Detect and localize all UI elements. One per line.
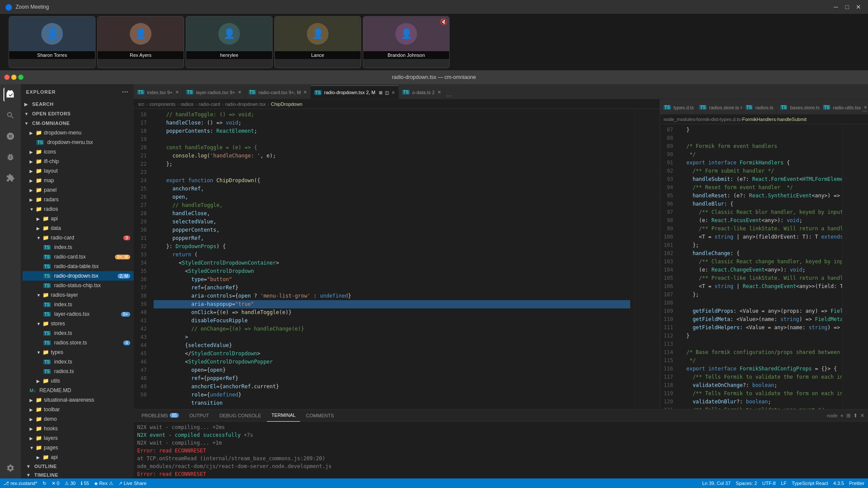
terminal-tab-problems[interactable]: PROBLEMS 85: [137, 409, 183, 422]
file-radios-index[interactable]: TS index.ts: [23, 300, 134, 309]
prettier-indicator[interactable]: Prettier: [849, 481, 865, 486]
tab-bases-store[interactable]: TS bases.store.ts ✕: [777, 101, 820, 114]
folder-layers[interactable]: ▶ 📁 layers: [23, 433, 134, 443]
line-ending-indicator[interactable]: LF: [781, 481, 786, 486]
folder-demo[interactable]: ▶ 📁 demo: [23, 414, 134, 424]
folder-dropdown-menu[interactable]: ▶ 📁 dropdown-menu: [23, 128, 134, 138]
close-button[interactable]: ✕: [854, 3, 863, 11]
live-share[interactable]: ↗ Live Share: [118, 481, 147, 486]
activity-settings[interactable]: [3, 461, 17, 475]
more-tabs-button[interactable]: ···: [445, 92, 454, 99]
tab-close[interactable]: ✕: [175, 90, 179, 95]
minimize-button[interactable]: ─: [832, 3, 840, 11]
encoding-indicator[interactable]: UTF-8: [762, 481, 776, 486]
folder-pages-api[interactable]: ▶ 📁 api: [23, 452, 134, 462]
right-code-editor[interactable]: 87888990 91929394 95969798 99100101102 1…: [660, 124, 868, 409]
terminal-maximize[interactable]: ⬆: [853, 413, 858, 419]
more-right-tabs[interactable]: ···: [861, 107, 868, 114]
folder-stores[interactable]: ▼ 📁 stores: [23, 319, 134, 328]
tab-close[interactable]: ✕: [303, 90, 307, 95]
activity-explorer[interactable]: [3, 88, 17, 102]
traffic-light-yellow[interactable]: [11, 75, 16, 80]
file-radio-data-table[interactable]: TS radio-data-table.tsx: [23, 262, 134, 271]
folder-radios-layer[interactable]: ▼ 📁 radios-layer: [23, 290, 134, 300]
activity-extensions[interactable]: [3, 171, 17, 185]
terminal-tab-debug[interactable]: DEBUG CONSOLE: [215, 409, 266, 422]
sidebar-search[interactable]: ▶ SEARCH: [23, 99, 134, 109]
folder-icons[interactable]: ▶ 📁 icons: [23, 147, 134, 157]
file-radio-index[interactable]: TS index.ts: [23, 242, 134, 252]
folder-toolbar[interactable]: ▶ 📁 toolbar: [23, 405, 134, 414]
folder-pages[interactable]: ▼ 📁 pages: [23, 443, 134, 452]
folder-api[interactable]: ▶ 📁 api: [23, 214, 134, 223]
file-stores-index[interactable]: TS index.ts: [23, 328, 134, 338]
file-dropdown-menu-tsx[interactable]: TS dropdown-menu.tsx: [23, 138, 134, 147]
terminal-tab-output[interactable]: OUTPUT: [185, 409, 213, 422]
terminal-tab-comments[interactable]: COMMENTS: [302, 409, 338, 422]
tab-o-data[interactable]: TS o-data.ts 2 ✕: [399, 85, 445, 99]
errors-count[interactable]: ✕ 0: [52, 481, 59, 486]
tab-layer-radios[interactable]: TS layer-radios.tsx 9+ ✕: [183, 85, 245, 99]
rex-indicator[interactable]: ◈ Rex ⚠: [94, 481, 113, 486]
participant-sharon[interactable]: 👤 Sharon Torres: [9, 16, 95, 68]
participant-rex[interactable]: 👤 Rex Ayers: [97, 16, 184, 68]
folder-hooks[interactable]: ▶ 📁 hooks: [23, 424, 134, 433]
warnings-count[interactable]: ⚠ 30: [65, 481, 76, 486]
git-branch[interactable]: ⎇ rex-zustand*: [3, 481, 37, 486]
file-radio-status-chip[interactable]: TS radio-status-chip.tsx: [23, 281, 134, 290]
spaces-indicator[interactable]: Spaces: 2: [736, 481, 757, 486]
sync-icon[interactable]: ↻: [43, 481, 46, 486]
participant-brandon[interactable]: 👤 🔇 Brandon Johnson: [363, 16, 450, 68]
tab-radios-ts[interactable]: TS radios.ts ✕: [742, 101, 777, 114]
tab-radios-store[interactable]: TS radios.store.ts 4 ✕: [696, 101, 742, 114]
file-radio-card-tsx[interactable]: TS radio-card.tsx 9+, M: [23, 252, 134, 262]
file-layer-radios[interactable]: TS layer-radios.tsx 9+: [23, 309, 134, 319]
folder-data[interactable]: ▶ 📁 data: [23, 223, 134, 233]
tab-close[interactable]: ✕: [391, 90, 395, 95]
code-lines[interactable]: // handleToggle: () => void; handleClose…: [150, 109, 634, 409]
tab-radio-utils[interactable]: TS radio-utils.tsx ✕: [819, 101, 861, 114]
folder-ifl-chip[interactable]: ▶ 📁 ifl-chip: [23, 157, 134, 166]
folder-radars[interactable]: ▶ 📁 radars: [23, 195, 134, 204]
code-editor[interactable]: 16171819 20212223 24252627 28293031 3233…: [134, 109, 660, 409]
maximize-button[interactable]: □: [843, 3, 852, 11]
participant-lance[interactable]: 👤 Lance: [274, 16, 361, 68]
ts-version[interactable]: 4.3.5: [833, 481, 844, 486]
tab-radio-dropdown[interactable]: TS radio-dropdown.tsx 2, M ⊞ ◫ ✕: [311, 85, 399, 99]
file-readme[interactable]: M↓ README.MD: [23, 386, 134, 395]
open-editors-section[interactable]: ▼ OPEN EDITORS: [23, 109, 134, 118]
activity-search[interactable]: [3, 108, 17, 122]
tab-index-tsx[interactable]: TS index.tsx 9+ ✕: [134, 85, 183, 99]
terminal-tab-terminal[interactable]: TERMINAL: [267, 409, 300, 422]
file-types-index[interactable]: TS index.ts: [23, 357, 134, 367]
file-radios-store[interactable]: TS radios.store.ts 4: [23, 338, 134, 347]
traffic-light-red[interactable]: [4, 75, 10, 80]
terminal-content[interactable]: N2X wait - compiling... +2ms N2X event -…: [134, 422, 868, 478]
folder-radios[interactable]: ▼ 📁 radios: [23, 204, 134, 214]
info-count[interactable]: ℹ 55: [81, 481, 89, 486]
terminal-close[interactable]: ✕: [860, 413, 865, 419]
terminal-add[interactable]: +: [840, 412, 844, 419]
right-code-lines[interactable]: } /* Formik form event handlers */ expor…: [677, 124, 842, 409]
file-radio-dropdown[interactable]: TS radio-dropdown.tsx 2, M: [23, 271, 134, 281]
folder-situational-awareness[interactable]: ▶ 📁 situational-awareness: [23, 395, 134, 405]
tab-close[interactable]: ✕: [437, 90, 441, 95]
activity-debug[interactable]: [3, 150, 17, 164]
folder-types[interactable]: ▼ 📁 types: [23, 347, 134, 357]
tab-close[interactable]: ✕: [238, 90, 241, 95]
traffic-light-green[interactable]: [18, 75, 23, 80]
sidebar-more[interactable]: ···: [122, 88, 128, 95]
terminal-split[interactable]: ⊞: [846, 413, 851, 419]
language-indicator[interactable]: TypeScript React: [792, 481, 828, 486]
participant-henry[interactable]: 👤 henrylee: [186, 16, 273, 68]
cursor-position[interactable]: Ln 39, Col 37: [702, 481, 730, 486]
folder-layout[interactable]: ▶ 📁 layout: [23, 166, 134, 176]
activity-git[interactable]: [3, 129, 17, 143]
file-radios-ts[interactable]: TS radios.ts: [23, 367, 134, 376]
tab-types-d-ts[interactable]: TS types.d.ts ✕: [660, 101, 696, 114]
folder-map[interactable]: ▶ 📁 map: [23, 176, 134, 185]
folder-radio-card[interactable]: ▼ 📁 radio-card 9: [23, 233, 134, 242]
tab-radio-card[interactable]: TS radio-card.tsx 9+, M ✕: [245, 85, 311, 99]
folder-panel[interactable]: ▶ 📁 panel: [23, 185, 134, 195]
folder-utils[interactable]: ▶ 📁 utils: [23, 376, 134, 386]
